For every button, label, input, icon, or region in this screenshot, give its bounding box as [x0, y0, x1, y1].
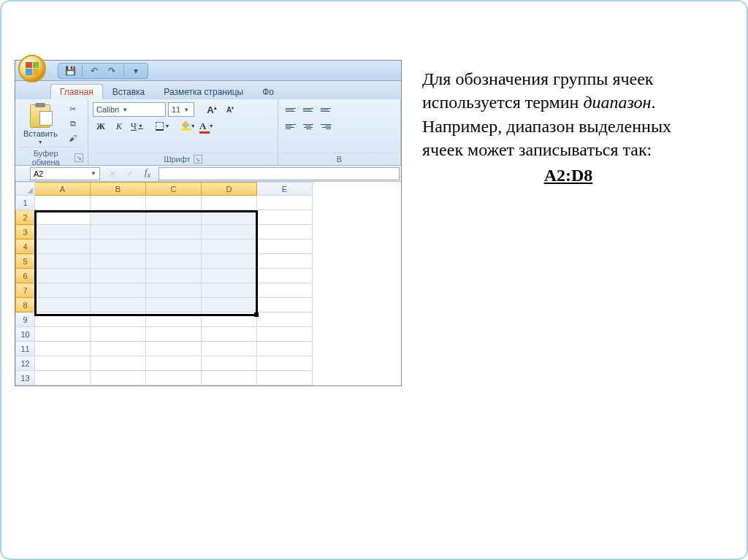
- tab-formulas[interactable]: Фо: [253, 84, 283, 99]
- cell[interactable]: [257, 342, 313, 356]
- dialog-launcher-icon[interactable]: ↘: [194, 155, 202, 164]
- cell[interactable]: [91, 269, 146, 283]
- cell[interactable]: [202, 269, 257, 283]
- align-bottom-button[interactable]: [318, 102, 334, 117]
- row-header[interactable]: 13: [16, 371, 35, 386]
- cell[interactable]: [91, 283, 146, 298]
- cell[interactable]: [257, 312, 313, 327]
- row-header[interactable]: 4: [16, 239, 35, 254]
- cell[interactable]: [257, 327, 313, 342]
- dialog-launcher-icon[interactable]: ↘: [75, 153, 83, 162]
- undo-icon[interactable]: ↶: [88, 65, 100, 77]
- font-size-combo[interactable]: 11 ▼: [168, 102, 194, 117]
- column-header[interactable]: C: [146, 183, 202, 196]
- align-right-button[interactable]: [318, 119, 334, 134]
- cell[interactable]: [91, 254, 146, 269]
- fx-button[interactable]: fx: [140, 167, 156, 180]
- cell[interactable]: [257, 254, 313, 269]
- row-header[interactable]: 2: [16, 210, 35, 225]
- row-header[interactable]: 6: [16, 269, 35, 283]
- align-center-button[interactable]: [300, 119, 316, 134]
- cell[interactable]: [202, 342, 257, 356]
- row-header[interactable]: 5: [16, 254, 35, 269]
- cell[interactable]: [91, 371, 146, 386]
- shrink-font-button[interactable]: A▾: [222, 102, 238, 117]
- italic-button[interactable]: К: [111, 119, 127, 134]
- fill-color-button[interactable]: ▼: [180, 119, 196, 134]
- borders-button[interactable]: ▼: [155, 119, 171, 134]
- cell[interactable]: [202, 327, 257, 342]
- cell[interactable]: [202, 196, 257, 210]
- cell[interactable]: [202, 225, 257, 239]
- select-all-corner[interactable]: [16, 183, 35, 196]
- cell[interactable]: [257, 371, 313, 386]
- cell[interactable]: [202, 356, 257, 371]
- column-header[interactable]: B: [91, 183, 146, 196]
- cell[interactable]: [91, 342, 146, 356]
- qat-customize-icon[interactable]: ▾: [130, 65, 142, 77]
- redo-icon[interactable]: ↷: [106, 65, 118, 77]
- cell[interactable]: [202, 283, 257, 298]
- cell[interactable]: [35, 312, 91, 327]
- cell[interactable]: [91, 210, 146, 225]
- row-header[interactable]: 8: [16, 298, 35, 312]
- cell[interactable]: [91, 356, 146, 371]
- font-color-button[interactable]: A▼: [199, 119, 215, 134]
- cell[interactable]: [202, 298, 257, 312]
- enter-button[interactable]: ✓: [122, 167, 138, 180]
- cell[interactable]: [35, 196, 91, 210]
- bold-button[interactable]: Ж: [93, 119, 109, 134]
- grow-font-button[interactable]: A▴: [204, 102, 220, 117]
- cell[interactable]: [202, 254, 257, 269]
- cut-button[interactable]: ✂: [66, 102, 80, 115]
- cell[interactable]: [257, 225, 313, 239]
- cell[interactable]: [257, 239, 313, 254]
- cell[interactable]: [146, 283, 202, 298]
- align-left-button[interactable]: [283, 119, 299, 134]
- align-middle-button[interactable]: [300, 102, 316, 117]
- cell[interactable]: [146, 254, 202, 269]
- cell[interactable]: [257, 298, 313, 312]
- cell[interactable]: [91, 225, 146, 239]
- cell[interactable]: [35, 239, 91, 254]
- save-icon[interactable]: 💾: [64, 65, 76, 77]
- row-header[interactable]: 1: [16, 196, 35, 210]
- cell[interactable]: [35, 283, 91, 298]
- cell[interactable]: [146, 312, 202, 327]
- cell[interactable]: [35, 342, 91, 356]
- cell[interactable]: [257, 269, 313, 283]
- cell[interactable]: [35, 210, 91, 225]
- cancel-button[interactable]: ✕: [104, 167, 121, 180]
- row-header[interactable]: 9: [16, 312, 35, 327]
- name-box[interactable]: A2 ▼: [30, 167, 100, 180]
- cell[interactable]: [146, 327, 202, 342]
- cell[interactable]: [257, 356, 313, 371]
- format-painter-button[interactable]: 🖌: [66, 131, 80, 145]
- column-header[interactable]: E: [257, 183, 313, 196]
- office-button[interactable]: [18, 55, 46, 83]
- cell[interactable]: [91, 312, 146, 327]
- column-header[interactable]: A: [35, 183, 91, 196]
- copy-button[interactable]: ⧉: [66, 117, 80, 130]
- cell[interactable]: [146, 371, 202, 386]
- row-header[interactable]: 3: [16, 225, 35, 239]
- cell[interactable]: [146, 210, 202, 225]
- cell[interactable]: [35, 371, 91, 386]
- cell[interactable]: [146, 356, 202, 371]
- font-name-combo[interactable]: Calibri ▼: [93, 102, 166, 117]
- underline-button[interactable]: Ч▼: [129, 119, 145, 134]
- cell[interactable]: [35, 269, 91, 283]
- cell[interactable]: [35, 356, 91, 371]
- cell[interactable]: [146, 239, 202, 254]
- cell[interactable]: [202, 371, 257, 386]
- cell[interactable]: [146, 196, 202, 210]
- cell[interactable]: [35, 327, 91, 342]
- align-top-button[interactable]: [283, 102, 299, 117]
- cell[interactable]: [146, 298, 202, 312]
- cell[interactable]: [146, 225, 202, 239]
- cell[interactable]: [257, 283, 313, 298]
- cell[interactable]: [257, 210, 313, 225]
- tab-page-layout[interactable]: Разметка страницы: [154, 84, 253, 99]
- tab-home[interactable]: Главная: [50, 84, 103, 99]
- row-header[interactable]: 11: [16, 342, 35, 356]
